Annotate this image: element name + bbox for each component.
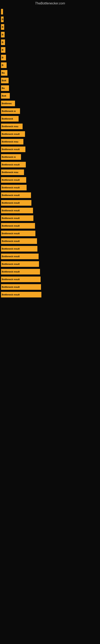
bar-row: B bbox=[0, 40, 100, 45]
bar-row: Bottleneck result bbox=[0, 269, 100, 274]
bar-item-15: Bottleneck bbox=[1, 116, 19, 122]
bar-row: Bottleneck resu bbox=[0, 139, 100, 144]
bar-row: Bottleneck result bbox=[0, 238, 100, 244]
bar-label-29: Bottleneck result bbox=[2, 224, 20, 227]
bar-label-8: B bbox=[2, 64, 3, 66]
bar-label-5: B bbox=[2, 41, 3, 44]
bar-label-13: Bottlenec bbox=[2, 102, 12, 105]
bar-label-9: Bo bbox=[2, 72, 5, 74]
bar-row: Bo bbox=[0, 70, 100, 76]
bar-row: Bottleneck re bbox=[0, 154, 100, 160]
bar-item-28: Bottleneck result bbox=[1, 215, 33, 221]
bar-item-7: B bbox=[1, 55, 6, 60]
bar-item-14: Bottleneck re bbox=[1, 108, 20, 114]
bar-label-37: Bottleneck result bbox=[2, 286, 20, 288]
bar-row: Bottleneck re bbox=[0, 108, 100, 114]
bar-row: Bottleneck result bbox=[0, 215, 100, 221]
bar-label-18: Bottleneck resu bbox=[2, 140, 18, 143]
bar-item-19: Bottleneck result bbox=[1, 146, 25, 152]
bar-label-28: Bottleneck result bbox=[2, 217, 20, 219]
bar-label-4: B bbox=[2, 34, 3, 36]
bar-row: B bbox=[0, 55, 100, 60]
bar-row: B bbox=[0, 24, 100, 30]
bar-row: Bottleneck result bbox=[0, 192, 100, 198]
bar-item-9: Bo bbox=[1, 70, 7, 76]
bar-item-36: Bottleneck result bbox=[1, 276, 41, 282]
bar-row: Bottleneck result bbox=[0, 223, 100, 228]
bar-row: Bottleneck result bbox=[0, 146, 100, 152]
bar-item-27: Bottleneck result bbox=[1, 208, 33, 213]
bar-label-38: Bottleneck result bbox=[2, 294, 20, 296]
bar-label-6: B bbox=[2, 49, 3, 51]
bar-label-15: Bottleneck bbox=[2, 118, 13, 120]
site-title: TheBottlenecker.com bbox=[0, 0, 100, 7]
bar-item-24: Bottleneck result bbox=[1, 185, 27, 190]
bar-label-19: Bottleneck result bbox=[2, 148, 20, 150]
bar-item-30: Bottleneck result bbox=[1, 231, 35, 236]
bar-row: Bottleneck result bbox=[0, 254, 100, 259]
bar-item-13: Bottlenec bbox=[1, 100, 15, 106]
bar-item-1 bbox=[1, 9, 3, 14]
bar-item-6: B bbox=[1, 47, 5, 53]
bar-item-35: Bottleneck result bbox=[1, 269, 40, 274]
bar-label-26: Bottleneck result bbox=[2, 202, 20, 204]
bar-label-17: Bottleneck result bbox=[2, 133, 20, 135]
bar-row: Bottleneck result bbox=[0, 185, 100, 190]
bar-item-38: Bottleneck result bbox=[1, 292, 41, 298]
bars-container: BBBBBBBBoBottBoBottBottlenecBottleneck r… bbox=[0, 7, 100, 302]
bar-row: Bo bbox=[0, 85, 100, 91]
bar-item-37: Bottleneck result bbox=[1, 284, 41, 290]
bar-row: Bottleneck resu bbox=[0, 170, 100, 175]
bar-row: Bottleneck result bbox=[0, 162, 100, 168]
bar-item-25: Bottleneck result bbox=[1, 192, 31, 198]
bar-label-34: Bottleneck result bbox=[2, 263, 20, 265]
bar-row: B bbox=[0, 47, 100, 53]
bar-item-5: B bbox=[1, 40, 5, 45]
bar-label-27: Bottleneck result bbox=[2, 209, 20, 212]
bar-row: Bottleneck result bbox=[0, 131, 100, 137]
bar-row: Bottleneck result bbox=[0, 292, 100, 298]
bar-label-3: B bbox=[2, 26, 3, 28]
bar-label-22: Bottleneck resu bbox=[2, 171, 18, 174]
bar-label-20: Bottleneck re bbox=[2, 156, 16, 158]
bar-item-18: Bottleneck resu bbox=[1, 139, 23, 144]
bar-item-12: Bott bbox=[1, 93, 10, 98]
bar-row: Bottleneck result bbox=[0, 177, 100, 183]
bar-item-16: Bottleneck resu bbox=[1, 124, 23, 129]
bar-row bbox=[0, 9, 100, 14]
bar-label-21: Bottleneck result bbox=[2, 164, 20, 166]
bar-label-35: Bottleneck result bbox=[2, 270, 20, 273]
bar-item-3: B bbox=[1, 24, 4, 30]
bar-label-12: Bott bbox=[2, 94, 6, 97]
bar-item-8: B bbox=[1, 62, 7, 68]
bar-row: B bbox=[0, 62, 100, 68]
bar-label-11: Bo bbox=[2, 87, 5, 89]
bar-item-20: Bottleneck re bbox=[1, 154, 21, 160]
bar-item-23: Bottleneck result bbox=[1, 177, 26, 183]
bar-label-33: Bottleneck result bbox=[2, 255, 20, 258]
bar-label-36: Bottleneck result bbox=[2, 278, 20, 280]
bar-label-7: B bbox=[2, 56, 3, 59]
bar-item-2: B bbox=[1, 16, 3, 22]
bar-label-14: Bottleneck re bbox=[2, 110, 16, 112]
bar-label-10: Bott bbox=[2, 79, 6, 82]
bar-row: Bottleneck result bbox=[0, 208, 100, 213]
bar-row: Bottleneck bbox=[0, 116, 100, 122]
bar-item-21: Bottleneck result bbox=[1, 162, 26, 168]
bar-row: Bott bbox=[0, 78, 100, 83]
bar-label-25: Bottleneck result bbox=[2, 194, 20, 196]
bar-item-32: Bottleneck result bbox=[1, 246, 37, 252]
bar-row: Bottleneck result bbox=[0, 276, 100, 282]
bar-label-32: Bottleneck result bbox=[2, 248, 20, 250]
bar-item-31: Bottleneck result bbox=[1, 238, 37, 244]
bar-row: Bottleneck resu bbox=[0, 124, 100, 129]
bar-item-10: Bott bbox=[1, 78, 9, 83]
bar-item-26: Bottleneck result bbox=[1, 200, 31, 206]
bar-row: Bottleneck result bbox=[0, 246, 100, 252]
bar-label-30: Bottleneck result bbox=[2, 232, 20, 235]
bar-label-23: Bottleneck result bbox=[2, 179, 20, 181]
bar-row: B bbox=[0, 32, 100, 38]
bar-row: Bottleneck result bbox=[0, 200, 100, 206]
bar-label-24: Bottleneck result bbox=[2, 186, 20, 189]
bar-item-11: Bo bbox=[1, 85, 9, 91]
